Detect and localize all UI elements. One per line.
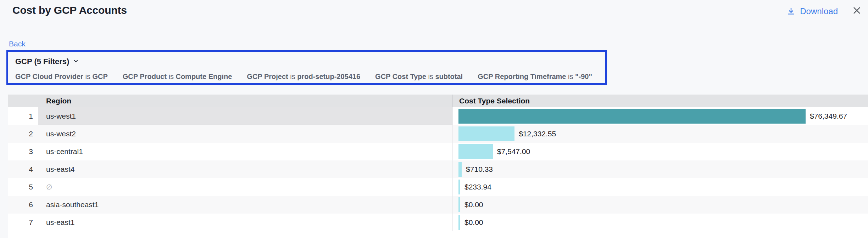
table-row[interactable]: 4us-east4$710.33: [8, 160, 868, 178]
row-number: 1: [8, 107, 38, 125]
cost-value-label: $0.00: [464, 200, 483, 209]
cost-value-label: $710.33: [466, 165, 493, 174]
region-cell: us-east4: [38, 160, 453, 178]
cost-bar: [458, 109, 806, 124]
table-row[interactable]: 5∅$233.94: [8, 178, 868, 196]
cost-bar: [458, 126, 514, 141]
row-number: 6: [8, 196, 38, 214]
cost-bar: [458, 144, 493, 159]
filter-chip: GCP Cost Type is subtotal: [375, 73, 463, 81]
filter-chip: GCP Cloud Provider is GCP: [15, 73, 108, 81]
cost-cell: $0.00: [453, 196, 868, 214]
row-number: 5: [8, 178, 38, 196]
table-row[interactable]: 6asia-southeast1$0.00: [8, 196, 868, 214]
cost-bar: [458, 215, 460, 230]
download-label: Download: [800, 6, 838, 16]
page-title: Cost by GCP Accounts: [12, 4, 127, 16]
filter-chip: GCP Reporting Timeframe is "-90": [478, 73, 592, 81]
row-number: 3: [8, 143, 38, 160]
cost-cell: $12,332.55: [453, 125, 868, 143]
results-table: Region Cost Type Selection 1us-west1$76,…: [8, 95, 868, 238]
cost-cell: $76,349.67: [453, 107, 868, 125]
filter-summary-label: GCP (5 Filters): [15, 57, 69, 66]
table-cutoff-row: [8, 231, 868, 238]
region-cell: us-west2: [38, 125, 453, 143]
table-row[interactable]: 2us-west2$12,332.55: [8, 125, 868, 143]
cost-cell: $7,547.00: [453, 143, 868, 160]
filter-list: GCP Cloud Provider is GCPGCP Product is …: [15, 73, 592, 81]
filter-chip: GCP Project is prod-setup-205416: [247, 73, 360, 81]
cost-value-label: $7,547.00: [497, 147, 530, 156]
cost-cell: $233.94: [453, 178, 868, 196]
cost-bar: [458, 162, 462, 177]
row-number: 7: [8, 214, 38, 231]
table-body: 1us-west1$76,349.672us-west2$12,332.553u…: [8, 107, 868, 231]
chevron-down-icon: [73, 57, 79, 66]
cost-value-label: $76,349.67: [810, 112, 847, 120]
table-row[interactable]: 3us-central1$7,547.00: [8, 143, 868, 160]
row-number: 4: [8, 160, 38, 178]
region-cell: asia-southeast1: [38, 196, 453, 214]
region-cell: us-west1: [38, 107, 453, 125]
cost-value-label: $12,332.55: [519, 130, 556, 138]
close-icon: [852, 6, 862, 17]
top-actions: Download: [786, 6, 862, 17]
cost-bar: [458, 180, 460, 194]
row-number: 2: [8, 125, 38, 143]
filter-dropdown-toggle[interactable]: GCP (5 Filters): [15, 57, 79, 66]
cost-cell: $0.00: [453, 214, 868, 231]
table-header-row: Region Cost Type Selection: [8, 95, 868, 107]
download-button[interactable]: Download: [786, 6, 838, 16]
cost-bar: [458, 197, 460, 212]
cost-column-header[interactable]: Cost Type Selection: [453, 95, 868, 107]
table-row[interactable]: 1us-west1$76,349.67: [8, 107, 868, 125]
region-cell: us-central1: [38, 143, 453, 160]
region-cell: us-east1: [38, 214, 453, 231]
close-button[interactable]: [852, 6, 862, 17]
region-cell-null: ∅: [38, 178, 453, 196]
cost-value-label: $233.94: [464, 183, 491, 191]
cost-cell: $710.33: [453, 160, 868, 178]
filter-chip: GCP Product is Compute Engine: [123, 73, 232, 81]
cost-value-label: $0.00: [464, 218, 483, 227]
download-icon: [786, 7, 796, 16]
region-column-header[interactable]: Region: [38, 95, 453, 107]
row-number-column-header: [8, 95, 38, 107]
back-link[interactable]: Back: [9, 40, 26, 48]
table-row[interactable]: 7us-east1$0.00: [8, 214, 868, 231]
filter-panel: GCP (5 Filters) GCP Cloud Provider is GC…: [6, 50, 607, 85]
